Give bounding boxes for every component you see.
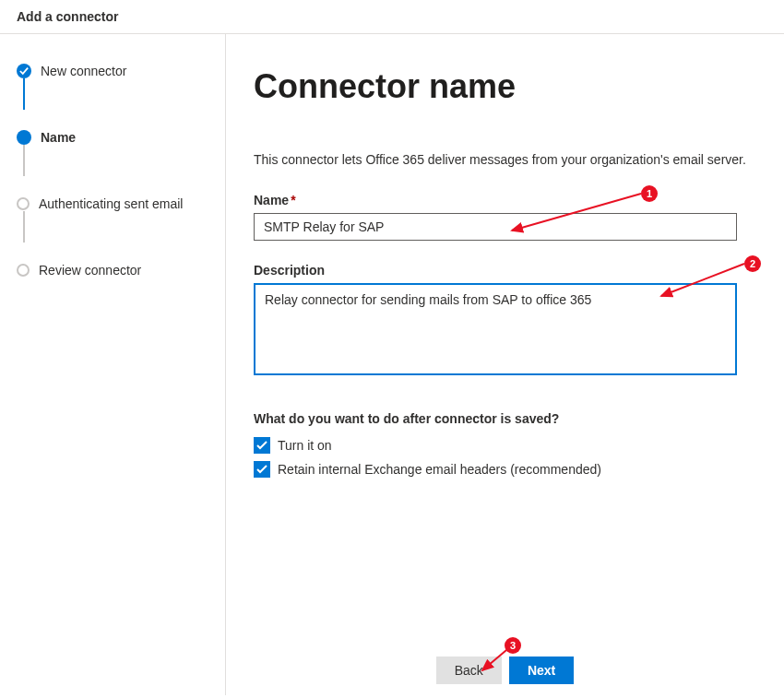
back-button[interactable]: Back (436, 657, 502, 684)
step-connector-line (23, 145, 25, 176)
step-label: Authenticating sent email (39, 196, 183, 211)
step-review-connector[interactable]: Review connector (17, 261, 208, 279)
checkbox-label: Turn it on (278, 438, 332, 453)
step-new-connector[interactable]: New connector (17, 62, 208, 80)
step-label: Name (41, 130, 76, 145)
check-icon (17, 64, 31, 78)
dialog-header: Add a connector (0, 0, 784, 34)
dialog-title: Add a connector (17, 9, 118, 24)
after-save-question: What do you want to do after connector i… (254, 411, 756, 426)
checkbox-retain-headers[interactable]: Retain internal Exchange email headers (… (254, 461, 756, 478)
upcoming-step-circle-icon (17, 197, 30, 210)
current-step-dot-icon (17, 130, 31, 145)
dialog-body: New connector Name Authenticating sent e… (0, 34, 784, 695)
step-label: Review connector (39, 263, 141, 278)
step-label: New connector (41, 64, 126, 78)
checkbox-label: Retain internal Exchange email headers (… (278, 462, 601, 477)
checkbox-turn-it-on[interactable]: Turn it on (254, 437, 756, 454)
wizard-steps-sidebar: New connector Name Authenticating sent e… (0, 34, 226, 695)
step-name[interactable]: Name (17, 128, 208, 147)
annotation-badge-3: 3 (505, 637, 521, 654)
page-title: Connector name (254, 67, 756, 106)
intro-text: This connector lets Office 365 deliver m… (254, 152, 756, 167)
wizard-footer: Back Next (226, 657, 784, 684)
required-asterisk-icon: * (291, 193, 295, 207)
name-field: Name* (254, 193, 756, 241)
wizard-content: Connector name This connector lets Offic… (226, 34, 784, 695)
description-label: Description (254, 263, 756, 278)
next-button[interactable]: Next (509, 657, 574, 684)
description-textarea[interactable] (254, 283, 737, 375)
upcoming-step-circle-icon (17, 264, 30, 277)
step-connector-line (23, 78, 25, 110)
step-connector-line (23, 211, 25, 243)
name-label: Name* (254, 193, 756, 207)
name-label-text: Name (254, 193, 289, 207)
description-field: Description (254, 263, 756, 378)
checkbox-icon[interactable] (254, 437, 270, 454)
step-authenticating-sent-email[interactable]: Authenticating sent email (17, 195, 208, 213)
checkbox-icon[interactable] (254, 461, 270, 478)
name-input[interactable] (254, 213, 737, 241)
